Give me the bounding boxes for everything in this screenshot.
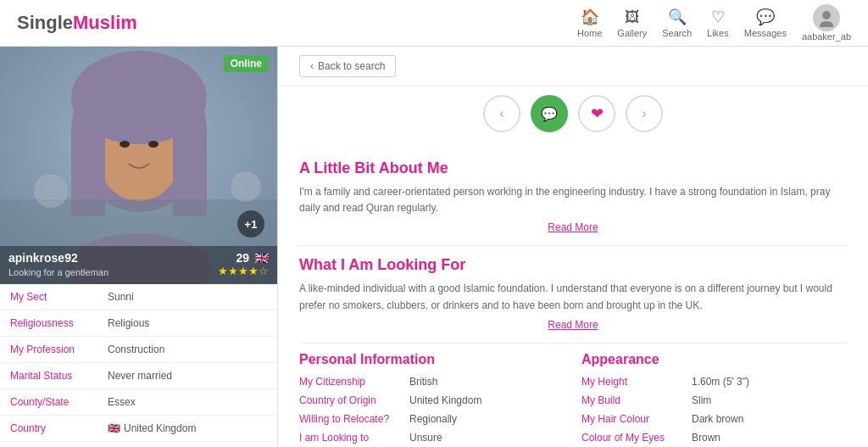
left-panel: Online +1 apinkrose92 29 🇬🇧 Looking for … bbox=[0, 47, 278, 447]
detail-profession-label: My Profession bbox=[10, 344, 108, 355]
back-button-label: Back to search bbox=[318, 60, 385, 72]
detail-religiousness: Religiousness Religious bbox=[0, 310, 277, 337]
header: SingleMuslim 🏠 Home 🖼 Gallery 🔍 Search ♡… bbox=[0, 0, 868, 47]
hair-value: Dark brown bbox=[692, 413, 743, 425]
online-badge: Online bbox=[224, 55, 269, 72]
about-read-more-link[interactable]: Read More bbox=[299, 216, 847, 238]
looking-for-text: A like-minded individual with a good Isl… bbox=[299, 281, 847, 313]
detail-registration: Registration Reason I'm registering to f… bbox=[0, 442, 277, 447]
info-country-origin: Country of Origin United Kingdom bbox=[299, 394, 565, 406]
right-panel: ‹ Back to search ‹ 💬 ❤ › A Little Bit Ab… bbox=[278, 47, 868, 447]
right-content: A Little Bit About Me I'm a family and c… bbox=[278, 137, 868, 447]
info-columns: Personal Information My Citizenship Brit… bbox=[299, 352, 847, 447]
detail-country: Country 🇬🇧 United Kingdom bbox=[0, 416, 277, 442]
nav-likes-label: Likes bbox=[707, 28, 729, 38]
logo-part2: Muslim bbox=[73, 12, 137, 33]
detail-marital-value: Never married bbox=[108, 370, 172, 382]
detail-sect-label: My Sect bbox=[10, 291, 108, 303]
heart-icon: ❤ bbox=[591, 104, 604, 123]
action-row: ‹ 💬 ❤ › bbox=[278, 87, 868, 137]
nav-messages[interactable]: 💬 Messages bbox=[744, 8, 787, 38]
nav-messages-label: Messages bbox=[744, 28, 787, 38]
detail-county-label: County/State bbox=[10, 396, 108, 408]
back-to-search-button[interactable]: ‹ Back to search bbox=[299, 55, 396, 77]
svg-point-12 bbox=[34, 174, 68, 208]
personal-info-title: Personal Information bbox=[299, 352, 565, 367]
messages-icon: 💬 bbox=[756, 8, 775, 26]
personal-info-column: Personal Information My Citizenship Brit… bbox=[299, 352, 565, 447]
height-label: My Height bbox=[581, 376, 692, 388]
nav-home[interactable]: 🏠 Home bbox=[577, 8, 602, 38]
prev-profile-button[interactable]: ‹ bbox=[483, 95, 520, 132]
info-build: My Build Slim bbox=[581, 394, 847, 406]
svg-point-5 bbox=[71, 51, 207, 144]
back-arrow-icon: ‹ bbox=[310, 60, 314, 72]
home-icon: 🏠 bbox=[581, 8, 599, 26]
appearance-column: Appearance My Height 1.60m (5' 3") My Bu… bbox=[581, 352, 847, 447]
profile-tagline: Looking for a gentleman bbox=[8, 267, 108, 277]
logo: SingleMuslim bbox=[17, 12, 137, 34]
info-hair: My Hair Colour Dark brown bbox=[581, 413, 847, 425]
nav-search-label: Search bbox=[662, 28, 692, 38]
svg-point-1 bbox=[820, 21, 833, 27]
flag-icon: 🇬🇧 bbox=[254, 251, 269, 265]
citizenship-value: British bbox=[409, 376, 437, 388]
profile-image-container: Online +1 apinkrose92 29 🇬🇧 Looking for … bbox=[0, 47, 277, 284]
info-citizenship: My Citizenship British bbox=[299, 376, 565, 388]
detail-sect-value: Sunni bbox=[108, 291, 134, 303]
info-eyes: Colour of My Eyes Brown bbox=[581, 432, 847, 444]
age-flag: 29 🇬🇧 bbox=[236, 251, 269, 265]
svg-point-0 bbox=[822, 11, 831, 20]
country-origin-label: Country of Origin bbox=[299, 394, 409, 406]
info-looking-to: I am Looking to Unsure bbox=[299, 432, 565, 444]
looking-to-label: I am Looking to bbox=[299, 432, 409, 444]
likes-icon: ♡ bbox=[711, 8, 725, 26]
detail-marital-label: Marital Status bbox=[10, 370, 108, 382]
detail-county-value: Essex bbox=[108, 396, 136, 408]
build-value: Slim bbox=[692, 394, 711, 406]
profile-details: My Sect Sunni Religiousness Religious My… bbox=[0, 284, 277, 447]
section-divider-1 bbox=[299, 245, 847, 246]
looking-to-value: Unsure bbox=[409, 432, 442, 444]
nav-gallery[interactable]: 🖼 Gallery bbox=[617, 8, 647, 38]
about-me-text: I'm a family and career-orientated perso… bbox=[299, 184, 847, 216]
info-relocate: Willing to Relocate? Regionally bbox=[299, 413, 565, 425]
about-me-title: A Little Bit About Me bbox=[299, 159, 847, 177]
age-text: 29 bbox=[236, 251, 249, 265]
svg-point-9 bbox=[120, 141, 130, 148]
chat-icon: 💬 bbox=[541, 106, 558, 122]
detail-religiousness-label: Religiousness bbox=[10, 317, 108, 329]
nav-likes[interactable]: ♡ Likes bbox=[707, 8, 729, 38]
username-text: apinkrose92 bbox=[8, 251, 78, 265]
main-content: Online +1 apinkrose92 29 🇬🇧 Looking for … bbox=[0, 47, 868, 447]
detail-marital: Marital Status Never married bbox=[0, 363, 277, 389]
relocate-label: Willing to Relocate? bbox=[299, 413, 409, 425]
next-profile-button[interactable]: › bbox=[626, 95, 663, 132]
detail-religiousness-value: Religious bbox=[108, 317, 149, 329]
nav-user[interactable]: aabaker_ab bbox=[802, 4, 851, 42]
gallery-icon: 🖼 bbox=[625, 8, 640, 26]
profile-overlay-info: apinkrose92 29 🇬🇧 Looking for a gentlema… bbox=[0, 246, 277, 284]
svg-point-13 bbox=[231, 171, 261, 202]
detail-country-label: Country bbox=[10, 422, 108, 434]
nav-search[interactable]: 🔍 Search bbox=[662, 8, 692, 38]
chat-button[interactable]: 💬 bbox=[531, 95, 568, 132]
svg-point-10 bbox=[148, 141, 159, 148]
top-nav: 🏠 Home 🖼 Gallery 🔍 Search ♡ Likes 💬 Mess… bbox=[577, 4, 851, 42]
nav-home-label: Home bbox=[577, 28, 602, 38]
nav-gallery-label: Gallery bbox=[617, 28, 647, 38]
profile-username-row: apinkrose92 29 🇬🇧 bbox=[8, 251, 269, 265]
nav-user-label: aabaker_ab bbox=[802, 31, 851, 42]
info-height: My Height 1.60m (5' 3") bbox=[581, 376, 847, 388]
build-label: My Build bbox=[581, 394, 692, 406]
height-value: 1.60m (5' 3") bbox=[692, 376, 749, 388]
profile-stars: ★★★★☆ bbox=[218, 265, 269, 277]
plus-photos-button[interactable]: +1 bbox=[237, 210, 264, 237]
hair-label: My Hair Colour bbox=[581, 413, 692, 425]
detail-profession: My Profession Construction bbox=[0, 337, 277, 363]
looking-for-read-more-link[interactable]: Read More bbox=[299, 314, 847, 336]
section-divider-2 bbox=[299, 343, 847, 344]
like-button[interactable]: ❤ bbox=[578, 95, 615, 132]
detail-profession-value: Construction bbox=[108, 344, 164, 355]
detail-country-value: 🇬🇧 United Kingdom bbox=[108, 422, 196, 434]
